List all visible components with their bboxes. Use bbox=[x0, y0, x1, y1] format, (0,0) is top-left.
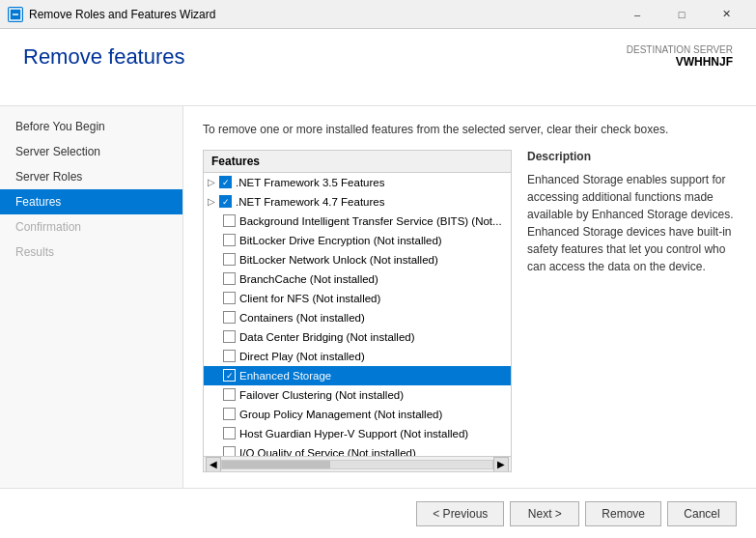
feature-checkbox-failover-clustering[interactable] bbox=[223, 388, 236, 401]
hscroll-right-btn[interactable]: ▶ bbox=[493, 457, 509, 472]
feature-checkbox-group-policy[interactable] bbox=[223, 408, 236, 420]
feature-directplay[interactable]: Direct Play (Not installed) bbox=[204, 347, 511, 366]
feature-datacenter-bridge[interactable]: Data Center Bridging (Not installed) bbox=[204, 327, 511, 347]
feature-failover-clustering[interactable]: Failover Clustering (Not installed) bbox=[204, 385, 511, 405]
feature-net35[interactable]: ▷ ✓ .NET Framework 3.5 Features bbox=[204, 173, 511, 192]
feature-label-bitlocker: BitLocker Drive Encryption (Not installe… bbox=[239, 235, 442, 246]
next-button[interactable]: Next > bbox=[510, 501, 579, 526]
hscroll-track[interactable] bbox=[221, 460, 493, 469]
feature-client-nfs[interactable]: Client for NFS (Not installed) bbox=[204, 289, 511, 308]
feature-bitlocker-unlock[interactable]: BitLocker Network Unlock (Not installed) bbox=[204, 250, 511, 269]
wizard-body: Before You Begin Server Selection Server… bbox=[0, 106, 756, 488]
nav-server-roles[interactable]: Server Roles bbox=[0, 164, 182, 189]
feature-enhanced-storage[interactable]: ✓ Enhanced Storage bbox=[204, 366, 511, 385]
feature-label-datacenter-bridge: Data Center Bridging (Not installed) bbox=[239, 331, 415, 343]
description-text: Enhanced Storage enables support for acc… bbox=[527, 171, 737, 275]
destination-label: DESTINATION SERVER bbox=[627, 44, 733, 55]
hscroll-left-btn[interactable]: ◀ bbox=[206, 457, 221, 472]
feature-host-guardian[interactable]: Host Guardian Hyper-V Support (Not insta… bbox=[204, 424, 511, 443]
feature-checkbox-client-nfs[interactable] bbox=[223, 292, 236, 304]
wizard-nav: Before You Begin Server Selection Server… bbox=[0, 106, 183, 488]
expand-icon[interactable]: ▷ bbox=[208, 196, 219, 207]
destination-server-info: DESTINATION SERVER VWHHNJF bbox=[627, 44, 733, 69]
expand-icon[interactable]: ▷ bbox=[208, 177, 219, 187]
feature-group-policy[interactable]: Group Policy Management (Not installed) bbox=[204, 405, 511, 424]
feature-checkbox-bitlocker-unlock[interactable] bbox=[223, 253, 236, 266]
feature-label-group-policy: Group Policy Management (Not installed) bbox=[239, 409, 442, 420]
feature-checkbox-bits[interactable] bbox=[223, 214, 236, 227]
feature-list-container: Features ▷ ✓ .NET Framework 3.5 Features… bbox=[203, 150, 512, 472]
feature-label-containers: Containers (Not installed) bbox=[239, 312, 365, 324]
feature-label-bits: Background Intelligent Transfer Service … bbox=[239, 215, 502, 227]
previous-button[interactable]: < Previous bbox=[416, 501, 504, 526]
feature-checkbox-containers[interactable] bbox=[223, 311, 236, 324]
maximize-button[interactable]: □ bbox=[659, 0, 704, 29]
feature-label-client-nfs: Client for NFS (Not installed) bbox=[239, 293, 380, 304]
feature-net47[interactable]: ▷ ✓ .NET Framework 4.7 Features bbox=[204, 192, 511, 212]
feature-list[interactable]: ▷ ✓ .NET Framework 3.5 Features ▷ ✓ .NET… bbox=[204, 173, 511, 456]
nav-confirmation: Confirmation bbox=[0, 214, 182, 240]
feature-bitlocker[interactable]: BitLocker Drive Encryption (Not installe… bbox=[204, 231, 511, 250]
feature-label-failover-clustering: Failover Clustering (Not installed) bbox=[239, 389, 404, 401]
description-panel: Description Enhanced Storage enables sup… bbox=[527, 150, 737, 472]
wizard-content: To remove one or more installed features… bbox=[183, 106, 756, 488]
feature-containers[interactable]: Containers (Not installed) bbox=[204, 308, 511, 327]
features-panel: Features ▷ ✓ .NET Framework 3.5 Features… bbox=[203, 150, 737, 472]
wizard-header: Remove features DESTINATION SERVER VWHHN… bbox=[0, 29, 756, 106]
description-title: Description bbox=[527, 150, 737, 163]
page-title: Remove features bbox=[23, 44, 185, 70]
feature-label-enhanced-storage: Enhanced Storage bbox=[239, 370, 331, 382]
close-button[interactable]: ✕ bbox=[704, 0, 748, 29]
server-name: VWHHNJF bbox=[627, 55, 733, 69]
feature-checkbox-datacenter-bridge[interactable] bbox=[223, 330, 236, 343]
feature-hscroll[interactable]: ◀ ▶ bbox=[204, 456, 511, 471]
feature-checkbox-net47[interactable]: ✓ bbox=[219, 195, 232, 208]
window-title: Remove Roles and Features Wizard bbox=[29, 8, 615, 21]
feature-checkbox-directplay[interactable] bbox=[223, 350, 236, 362]
feature-label-host-guardian: Host Guardian Hyper-V Support (Not insta… bbox=[239, 428, 468, 439]
feature-checkbox-io-quality[interactable] bbox=[223, 446, 236, 456]
features-header: Features bbox=[204, 151, 511, 173]
remove-button[interactable]: Remove bbox=[585, 501, 661, 526]
feature-checkbox-bitlocker[interactable] bbox=[223, 234, 236, 246]
nav-before-you-begin[interactable]: Before You Begin bbox=[0, 114, 182, 139]
hscroll-thumb[interactable] bbox=[222, 461, 330, 468]
feature-label-net47: .NET Framework 4.7 Features bbox=[236, 196, 384, 208]
wizard-container: Remove features DESTINATION SERVER VWHHN… bbox=[0, 29, 756, 538]
feature-io-quality[interactable]: I/O Quality of Service (Not installed) bbox=[204, 443, 511, 456]
cancel-button[interactable]: Cancel bbox=[667, 501, 737, 526]
feature-bits[interactable]: Background Intelligent Transfer Service … bbox=[204, 212, 511, 231]
app-icon bbox=[8, 7, 23, 22]
wizard-footer: < Previous Next > Remove Cancel bbox=[0, 488, 756, 538]
feature-branchcache[interactable]: BranchCache (Not installed) bbox=[204, 269, 511, 289]
feature-label-io-quality: I/O Quality of Service (Not installed) bbox=[239, 447, 416, 456]
feature-checkbox-branchcache[interactable] bbox=[223, 272, 236, 285]
feature-label-directplay: Direct Play (Not installed) bbox=[239, 351, 365, 362]
nav-results: Results bbox=[0, 240, 182, 265]
feature-label-branchcache: BranchCache (Not installed) bbox=[239, 273, 378, 285]
feature-checkbox-net35[interactable]: ✓ bbox=[219, 176, 232, 188]
feature-label-net35: .NET Framework 3.5 Features bbox=[236, 177, 384, 188]
nav-server-selection[interactable]: Server Selection bbox=[0, 139, 182, 164]
feature-checkbox-enhanced-storage[interactable]: ✓ bbox=[223, 369, 236, 382]
feature-label-bitlocker-unlock: BitLocker Network Unlock (Not installed) bbox=[239, 254, 438, 266]
title-bar: Remove Roles and Features Wizard – □ ✕ bbox=[0, 0, 756, 29]
content-description: To remove one or more installed features… bbox=[203, 122, 737, 138]
window-controls: – □ ✕ bbox=[615, 0, 748, 29]
nav-features[interactable]: Features bbox=[0, 189, 182, 214]
minimize-button[interactable]: – bbox=[615, 0, 659, 29]
feature-checkbox-host-guardian[interactable] bbox=[223, 427, 236, 439]
